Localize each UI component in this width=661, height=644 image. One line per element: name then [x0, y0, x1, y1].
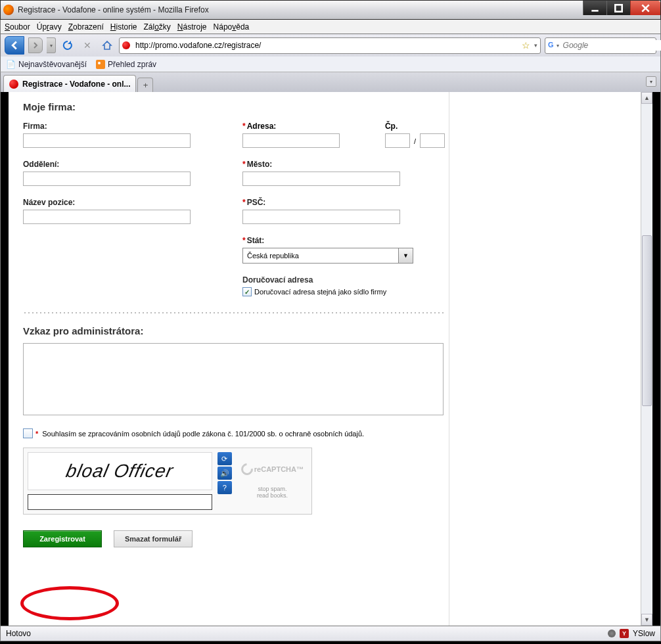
window-minimize-button[interactable] — [583, 1, 606, 15]
checkbox-doruc-same[interactable]: ✓ — [242, 287, 252, 296]
bookmark-news[interactable]: Přehled zpráv — [96, 60, 156, 69]
menu-napoveda[interactable]: Nápověda — [214, 22, 250, 32]
firebug-icon[interactable] — [608, 630, 616, 637]
url-dropdown-icon[interactable]: ▾ — [534, 42, 537, 49]
status-bar: Hotovo Y YSlow — [0, 626, 661, 641]
menu-upravy[interactable]: Úpravy — [37, 22, 62, 32]
section-divider — [23, 312, 445, 313]
section-title-firma: Moje firma: — [23, 101, 445, 112]
yslow-icon[interactable]: Y — [620, 629, 629, 638]
menu-zobrazeni[interactable]: Zobrazení — [68, 22, 104, 32]
input-firma[interactable] — [23, 133, 191, 148]
svg-rect-1 — [615, 5, 622, 11]
yslow-label[interactable]: YSlow — [633, 629, 655, 638]
svg-rect-0 — [591, 10, 598, 12]
tab-title: Registrace - Vodafone - onl... — [22, 80, 130, 89]
select-stat-arrow[interactable]: ▼ — [399, 248, 413, 264]
reload-button[interactable] — [60, 37, 76, 53]
page-content: Moje firma: Firma: Oddělení: Název pozic… — [9, 92, 641, 626]
nav-back-button[interactable] — [5, 36, 24, 55]
label-pozice: Název pozice: — [23, 198, 225, 207]
recaptcha-arc-icon — [239, 461, 255, 477]
label-psc: *PSČ: — [242, 198, 445, 207]
bookmark-star-icon[interactable]: ☆ — [522, 40, 530, 51]
register-button[interactable]: Zaregistrovat — [23, 530, 102, 547]
tab-favicon — [9, 80, 18, 89]
cp-slash: / — [413, 137, 417, 148]
menu-zalozky[interactable]: Záložky — [143, 22, 170, 32]
scroll-thumb[interactable] — [642, 235, 652, 406]
home-button[interactable] — [99, 37, 115, 53]
annotation-highlight-ring — [20, 586, 119, 620]
recaptcha-logo: reCAPTCHA™ — [241, 463, 304, 475]
input-pozice[interactable] — [23, 210, 191, 224]
search-input[interactable] — [562, 40, 661, 51]
status-text: Hotovo — [6, 629, 31, 638]
captcha-reload-button[interactable]: ⟳ — [217, 452, 232, 465]
captcha-input[interactable] — [28, 494, 212, 510]
menu-bar: Soubor Úpravy Zobrazení Historie Záložky… — [0, 20, 661, 34]
right-gutter — [652, 92, 660, 626]
nav-forward-button[interactable] — [28, 37, 43, 53]
left-gutter — [1, 92, 9, 626]
nav-history-dropdown[interactable]: ▾ — [47, 37, 56, 53]
label-stat: *Stát: — [242, 236, 445, 245]
search-bar[interactable]: G ▾ 🔍 — [545, 37, 656, 54]
checkbox-consent[interactable] — [23, 428, 33, 438]
label-mesto: *Město: — [242, 160, 445, 169]
window-title: Registrace - Vodafone - online systém - … — [18, 5, 209, 14]
input-cp1[interactable] — [385, 133, 410, 148]
heading-dorucovaci: Doručovací adresa — [242, 275, 445, 285]
captcha-image: bloal Officer — [28, 452, 212, 490]
google-icon: G — [548, 41, 554, 50]
bookmark-most-visited[interactable]: 📄 Nejnavštěvovanější — [6, 60, 87, 69]
input-cp2[interactable] — [420, 133, 445, 148]
rss-icon — [96, 60, 105, 69]
stop-button[interactable]: ✕ — [80, 37, 95, 53]
menu-nastroje[interactable]: Nástroje — [177, 22, 207, 32]
label-adresa: *Adresa: — [242, 122, 378, 131]
input-adresa[interactable] — [242, 133, 340, 148]
scroll-track[interactable] — [641, 104, 652, 614]
captcha-help-button[interactable]: ? — [217, 481, 232, 494]
new-tab-button[interactable]: + — [137, 78, 153, 92]
label-oddeleni: Oddělení: — [23, 160, 225, 169]
window-titlebar: Registrace - Vodafone - online systém - … — [0, 0, 661, 20]
url-input[interactable] — [134, 40, 518, 51]
heading-message: Vzkaz pro administrátora: — [23, 325, 445, 336]
textarea-message[interactable] — [23, 343, 444, 415]
tab-strip: Registrace - Vodafone - onl... + ▾ — [0, 72, 661, 92]
address-bar[interactable]: ☆ ▾ — [119, 37, 541, 54]
select-stat[interactable]: Česká republika ▼ — [242, 248, 413, 264]
label-cp: Čp. — [385, 122, 445, 131]
menu-historie[interactable]: Historie — [110, 22, 137, 32]
menu-soubor[interactable]: Soubor — [5, 22, 30, 32]
captcha-tagline1: stop spam. — [258, 486, 286, 492]
input-oddeleni[interactable] — [23, 172, 191, 186]
site-identity-icon[interactable] — [122, 41, 130, 49]
window-close-button[interactable] — [630, 1, 660, 15]
folder-icon: 📄 — [6, 60, 16, 69]
scroll-down-button[interactable]: ▼ — [641, 614, 652, 626]
firefox-icon — [3, 5, 14, 15]
label-firma: Firma: — [23, 122, 225, 131]
captcha-audio-button[interactable]: 🔊 — [217, 467, 232, 480]
bookmarks-bar: 📄 Nejnavštěvovanější Přehled zpráv — [0, 57, 661, 72]
tab-list-dropdown[interactable]: ▾ — [646, 76, 656, 87]
label-doruc-same: Doručovací adresa stejná jako sídlo firm… — [254, 288, 386, 296]
nav-toolbar: ▾ ✕ ☆ ▾ G ▾ 🔍 — [0, 34, 661, 57]
label-consent: Souhlasím se zpracováním osobních údajů … — [42, 430, 364, 438]
captcha-tagline2: read books. — [257, 492, 288, 499]
sidebar-column — [449, 92, 641, 626]
input-mesto[interactable] — [242, 172, 400, 186]
consent-required-mark: * — [35, 430, 38, 438]
scroll-up-button[interactable]: ▲ — [641, 92, 652, 104]
reset-form-button[interactable]: Smazat formulář — [114, 530, 193, 547]
window-maximize-button[interactable] — [606, 1, 630, 15]
select-stat-value: Česká republika — [242, 248, 399, 264]
tab-active[interactable]: Registrace - Vodafone - onl... — [3, 75, 136, 92]
search-engine-dropdown-icon[interactable]: ▾ — [557, 43, 559, 49]
vertical-scrollbar[interactable]: ▲ ▼ — [641, 92, 652, 626]
input-psc[interactable] — [242, 210, 400, 224]
captcha-widget: bloal Officer ⟳ 🔊 ? reCAPTCHA™ stop spam… — [23, 448, 312, 515]
